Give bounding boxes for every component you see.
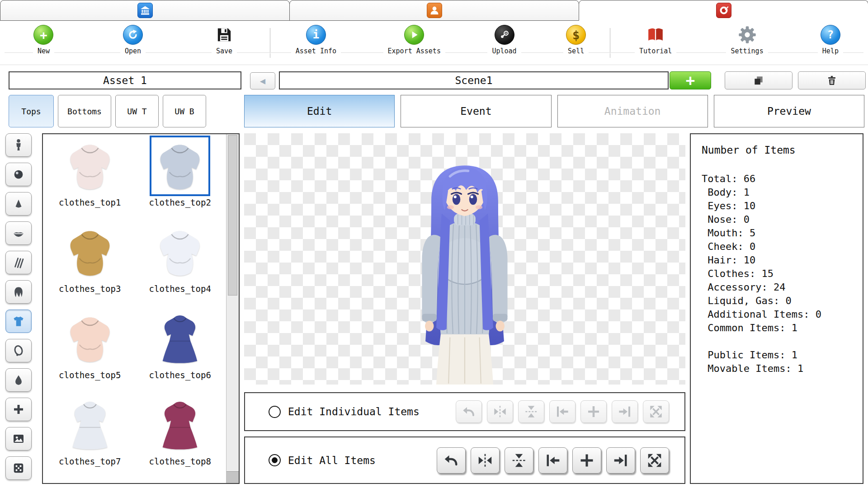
- duplicate-scene-button[interactable]: [725, 71, 793, 89]
- hair-strands-tool-button[interactable]: [5, 251, 32, 274]
- random-tool-button[interactable]: [5, 456, 32, 480]
- tab-edit[interactable]: Edit: [244, 95, 395, 127]
- window-tab-graphics[interactable]: [579, 0, 868, 21]
- tab-tops[interactable]: Tops: [9, 95, 54, 127]
- tab-animation[interactable]: Animation: [557, 95, 708, 127]
- question-icon: ?: [821, 25, 840, 45]
- tab-preview[interactable]: Preview: [714, 95, 864, 127]
- thumbnail-clothes-top4[interactable]: clothes_top4: [135, 221, 226, 308]
- new-button[interactable]: + New: [33, 21, 54, 55]
- flip-horizontal-button[interactable]: [471, 447, 500, 474]
- open-button[interactable]: Open: [120, 21, 146, 55]
- export-assets-label: Export Assets: [383, 47, 445, 55]
- move-right-icon: [613, 452, 629, 469]
- move-center-button[interactable]: [572, 447, 601, 474]
- window-tab-bar: [0, 0, 868, 21]
- undo-icon: [462, 404, 476, 419]
- edit-individual-bar: Edit Individual Items: [244, 392, 685, 431]
- settings-button[interactable]: Settings: [726, 21, 768, 55]
- dice-icon: [12, 461, 25, 475]
- add-item-tool-button[interactable]: [5, 398, 32, 421]
- accessory-tool-button[interactable]: [5, 339, 32, 362]
- flip-horizontal-icon: [493, 404, 507, 419]
- bank-icon: [137, 3, 153, 18]
- prev-scene-button[interactable]: ◀: [250, 72, 275, 89]
- move-center-icon: [586, 404, 601, 419]
- help-button[interactable]: ? Help: [818, 21, 843, 55]
- thumbnail-clothes-top8[interactable]: clothes_top8: [135, 394, 226, 480]
- add-scene-button[interactable]: +: [670, 71, 711, 89]
- edit-all-label[interactable]: Edit All Items: [288, 455, 376, 466]
- background-tool-button[interactable]: [5, 427, 32, 450]
- window-tab-character[interactable]: [289, 0, 579, 21]
- mouth-tool-button[interactable]: [5, 221, 32, 245]
- asset-info-label: Asset Info: [291, 47, 341, 55]
- asset-info-button[interactable]: i Asset Info: [291, 21, 341, 55]
- edit-individual-radio-group[interactable]: Edit Individual Items: [269, 406, 420, 418]
- thumbnail-clothes-top6[interactable]: clothes_top6: [135, 308, 226, 394]
- stat-nose: Nose: 0: [702, 213, 857, 226]
- thumbnail-clothes-top5[interactable]: clothes_top5: [45, 308, 135, 394]
- tab-event[interactable]: Event: [401, 95, 551, 127]
- flip-vertical-button[interactable]: [505, 447, 533, 474]
- thumbnail-label: clothes_top6: [149, 370, 211, 380]
- new-label: New: [33, 47, 54, 55]
- tab-uw-b[interactable]: UW B: [163, 95, 206, 127]
- steam-icon: [495, 25, 514, 45]
- asset-name-field[interactable]: Asset 1: [9, 71, 241, 89]
- book-icon: [646, 25, 665, 45]
- stat-common-items: Common Items: 1: [702, 321, 857, 335]
- export-assets-button[interactable]: Export Assets: [383, 21, 445, 55]
- tab-bottoms[interactable]: Bottoms: [58, 95, 111, 127]
- move-left-button[interactable]: [538, 447, 567, 474]
- body-icon: [12, 138, 25, 152]
- thumbnail-clothes-top3[interactable]: clothes_top3: [45, 221, 135, 308]
- tab-uw-t[interactable]: UW T: [115, 95, 159, 127]
- delete-scene-button[interactable]: [798, 71, 866, 89]
- move-right-button[interactable]: [606, 447, 635, 474]
- edit-individual-radio[interactable]: [269, 406, 281, 418]
- part-category-strip: [5, 133, 35, 480]
- necklace-icon: [12, 344, 25, 357]
- nose-tool-button[interactable]: [5, 192, 32, 216]
- new-icon: +: [33, 25, 53, 45]
- thumbnail-clothes-top7[interactable]: clothes_top7: [45, 394, 135, 480]
- character-preview[interactable]: [391, 159, 538, 385]
- thumb-scrollbar[interactable]: [226, 134, 239, 483]
- help-label: Help: [818, 47, 843, 55]
- window-tab-bank[interactable]: [0, 0, 290, 21]
- thumbnail-clothes-top1[interactable]: clothes_top1: [45, 135, 135, 221]
- asset-thumbnail-panel: clothes_top1 clothes_top2 clothes_top3 c…: [42, 133, 240, 484]
- thumbnail-label: clothes_top8: [149, 456, 211, 466]
- clothes-tool-button[interactable]: [5, 310, 32, 333]
- image-icon: [12, 432, 25, 446]
- stat-hair: Hair: 10: [702, 253, 857, 267]
- tutorial-button[interactable]: Tutorial: [635, 21, 676, 55]
- tutorial-label: Tutorial: [635, 47, 676, 55]
- edit-all-radio[interactable]: [269, 454, 281, 466]
- thumbnail-clothes-top2[interactable]: clothes_top2: [135, 135, 226, 221]
- flip-horizontal-button: [487, 400, 513, 423]
- liquid-tool-button[interactable]: [5, 368, 32, 392]
- upload-button[interactable]: Upload: [487, 21, 521, 55]
- undo-button[interactable]: [437, 447, 466, 474]
- edit-individual-label[interactable]: Edit Individual Items: [288, 406, 420, 418]
- save-button[interactable]: Save: [212, 21, 237, 55]
- edit-all-radio-group[interactable]: Edit All Items: [269, 454, 376, 466]
- edit-canvas[interactable]: [244, 133, 685, 385]
- hair-icon: [12, 285, 25, 299]
- sell-button[interactable]: $ Sell: [563, 21, 589, 55]
- stat-accessory: Accessory: 24: [702, 281, 857, 294]
- body-tool-button[interactable]: [5, 133, 32, 157]
- eye-tool-button[interactable]: [5, 163, 32, 186]
- hair-tool-button[interactable]: [5, 280, 32, 304]
- move-left-icon: [555, 404, 570, 419]
- thumbnail-label: clothes_top2: [149, 197, 211, 207]
- move-left-icon: [545, 452, 561, 469]
- thumbnail-image: [62, 310, 118, 366]
- scale-button[interactable]: [640, 447, 669, 474]
- open-icon: [123, 25, 143, 45]
- move-right-icon: [618, 404, 632, 419]
- scrollbar-thumb[interactable]: [228, 135, 237, 296]
- scene-name-field[interactable]: Scene1: [279, 71, 669, 89]
